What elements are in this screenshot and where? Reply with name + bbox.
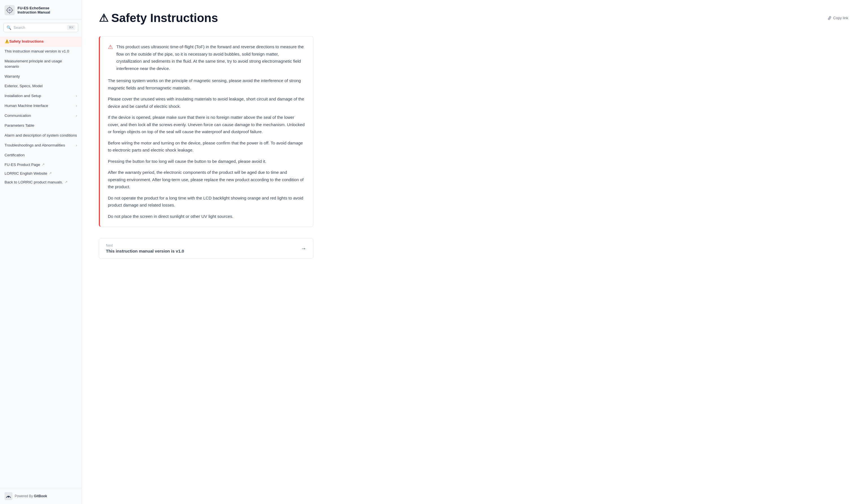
warning-paragraph-2: The sensing system works on the principl…: [108, 77, 305, 92]
sidebar-item-measurement[interactable]: Measurement principle and usage scenario: [0, 56, 82, 72]
sidebar-item-exterior[interactable]: Exterior, Specs, Model: [0, 81, 82, 91]
sidebar-item-alarm[interactable]: Alarm and description of system conditio…: [0, 131, 82, 140]
warning-paragraph-8: Do not operate the product for a long ti…: [108, 195, 305, 209]
sidebar-item-product-page[interactable]: FU-ES Product Page ↗: [0, 160, 82, 169]
nav-item-label: LORRIC English Website: [4, 171, 47, 176]
nav-item-label: Measurement principle and usage scenario: [4, 59, 77, 70]
warning-paragraph-5: Before wiring the motor and turning on t…: [108, 139, 305, 154]
warning-paragraph-9: Do not place the screen in direct sunlig…: [108, 213, 305, 220]
search-shortcut: ⌘K: [67, 25, 75, 30]
footer-prefix: Powered By: [15, 494, 34, 498]
chevron-right-icon: ›: [76, 104, 77, 108]
sidebar-title-line2: Instruction Manual: [18, 10, 50, 14]
nav-item-label: This instruction manual version is v1.0: [4, 49, 77, 54]
warning-paragraph-1: This product uses ultrasonic time-of-fli…: [116, 43, 305, 72]
sidebar-nav: ⚠️Safety Instructions This instruction m…: [0, 34, 82, 488]
sidebar-item-back-lorric[interactable]: Back to LORRIC product manuals. ↗: [0, 178, 82, 187]
next-arrow-icon: →: [301, 245, 306, 252]
nav-item-label: ⚠️Safety Instructions: [4, 39, 77, 44]
nav-item-label: FU-ES Product Page: [4, 162, 40, 167]
sidebar-item-hmi[interactable]: Human Machine Interface ›: [0, 101, 82, 111]
main-content: ⚠Safety Instructions Copy link ⚠ This pr…: [82, 0, 868, 504]
page-header: ⚠Safety Instructions Copy link: [99, 11, 851, 25]
warning-card-header: ⚠ This product uses ultrasonic time-of-f…: [108, 43, 305, 72]
sidebar-item-parameters[interactable]: Parameters Table: [0, 121, 82, 131]
chevron-right-icon: ›: [76, 114, 77, 118]
sidebar-item-installation[interactable]: Installation and Setup ›: [0, 91, 82, 101]
nav-item-label: Exterior, Specs, Model: [4, 84, 77, 89]
nav-item-label: Troubleshootings and Abnormalities: [4, 143, 76, 148]
search-icon: 🔍: [7, 25, 11, 30]
svg-point-8: [8, 496, 9, 497]
nav-item-label: Communication: [4, 113, 76, 118]
sidebar: FU-ES EchoSense Instruction Manual 🔍 Sea…: [0, 0, 82, 504]
warning-card: ⚠ This product uses ultrasonic time-of-f…: [99, 36, 313, 227]
next-nav-title: This instruction manual version is v1.0: [106, 249, 184, 253]
gitbook-icon: [4, 492, 12, 500]
nav-item-label: Alarm and description of system conditio…: [4, 133, 77, 138]
nav-item-label: Installation and Setup: [4, 93, 76, 99]
warning-paragraph-7: After the warranty period, the electroni…: [108, 169, 305, 190]
search-shortcut-text: ⌘K: [69, 26, 74, 29]
external-link-icon: ↗: [65, 180, 68, 184]
nav-item-label: Warranty: [4, 74, 77, 79]
warning-paragraph-3: Please cover the unused wires with insul…: [108, 95, 305, 110]
warning-icon: ⚠: [99, 12, 108, 24]
warning-paragraph-4: If the device is opened, please make sur…: [108, 114, 305, 135]
search-placeholder: Search: [13, 25, 65, 30]
external-link-icon: ↗: [49, 171, 52, 175]
next-nav-text: Next This instruction manual version is …: [106, 243, 184, 253]
warning-paragraph-6: Pressing the button for too long will ca…: [108, 158, 305, 165]
sidebar-item-version[interactable]: This instruction manual version is v1.0: [0, 46, 82, 56]
copy-link-button[interactable]: Copy link: [825, 14, 851, 22]
footer-brand: GitBook: [34, 494, 47, 498]
link-icon: [828, 16, 831, 20]
page-title-text: Safety Instructions: [111, 11, 218, 25]
sidebar-footer-text: Powered By GitBook: [15, 494, 47, 498]
sidebar-footer: Powered By GitBook: [0, 488, 82, 504]
nav-item-label: Certification: [4, 153, 77, 158]
sidebar-item-lorric-english[interactable]: LORRIC English Website ↗: [0, 169, 82, 178]
sidebar-header: FU-ES EchoSense Instruction Manual: [0, 0, 82, 20]
sidebar-item-safety-instructions[interactable]: ⚠️Safety Instructions: [0, 37, 82, 46]
copy-link-label: Copy link: [833, 16, 848, 20]
sidebar-title-line1: FU-ES EchoSense: [18, 6, 50, 10]
logo-icon: [4, 5, 15, 15]
page-title: ⚠Safety Instructions: [99, 11, 218, 25]
next-navigation[interactable]: Next This instruction manual version is …: [99, 238, 313, 259]
nav-item-label: Human Machine Interface: [4, 103, 76, 109]
search-bar[interactable]: 🔍 Search ⌘K: [3, 23, 78, 32]
chevron-right-icon: ›: [76, 143, 77, 148]
next-label: Next: [106, 243, 184, 248]
sidebar-item-warranty[interactable]: Warranty: [0, 72, 82, 82]
chevron-right-icon: ›: [76, 94, 77, 98]
sidebar-item-communication[interactable]: Communication ›: [0, 111, 82, 121]
external-link-icon: ↗: [42, 162, 45, 167]
svg-point-2: [9, 9, 11, 11]
sidebar-title-block: FU-ES EchoSense Instruction Manual: [18, 6, 50, 14]
nav-item-label: Parameters Table: [4, 123, 77, 128]
sidebar-item-troubleshooting[interactable]: Troubleshootings and Abnormalities ›: [0, 140, 82, 150]
warning-triangle-icon: ⚠: [108, 43, 113, 50]
nav-item-label: Back to LORRIC product manuals.: [4, 180, 63, 184]
sidebar-item-certification[interactable]: Certification: [0, 150, 82, 160]
